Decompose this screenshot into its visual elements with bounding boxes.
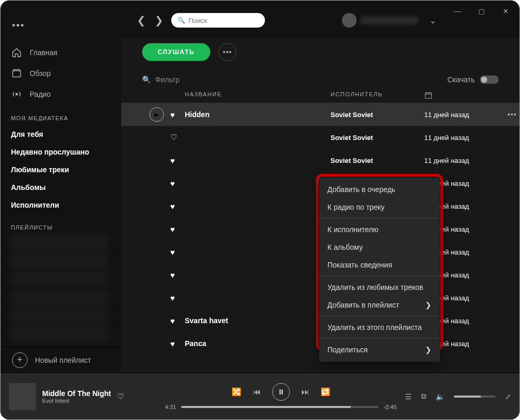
track-row[interactable]: ♡Soviet Soviet11 дней назад — [121, 126, 519, 149]
separator — [319, 218, 440, 219]
playlist-item[interactable] — [11, 271, 109, 288]
like-button[interactable]: ♡ — [117, 392, 124, 401]
svg-rect-0 — [13, 71, 21, 77]
heart-icon[interactable]: ♡ — [170, 133, 185, 142]
heart-icon[interactable]: ♥ — [170, 248, 185, 257]
library-artists[interactable]: Исполнители — [11, 196, 121, 214]
close-button[interactable]: ✕ — [493, 3, 517, 19]
library-albums[interactable]: Альбомы — [11, 179, 121, 196]
next-button[interactable]: ⏭ — [301, 387, 309, 396]
maximize-button[interactable]: ▢ — [470, 3, 493, 19]
ctx-to-artist[interactable]: К исполнителю — [319, 221, 440, 238]
heart-icon[interactable]: ♥ — [170, 271, 185, 279]
toggle-switch[interactable] — [480, 75, 499, 84]
heart-icon[interactable]: ♥ — [170, 294, 185, 302]
library-for-you[interactable]: Для тебя — [11, 125, 121, 143]
devices-icon[interactable]: ⧉ — [421, 392, 426, 401]
search-input[interactable]: 🔍 Поиск — [171, 13, 265, 28]
filter-input[interactable]: 🔍 Фильтр — [142, 75, 180, 84]
col-date — [424, 91, 508, 99]
progress-bar[interactable] — [181, 406, 378, 408]
playlist-item[interactable] — [11, 326, 109, 342]
chevron-right-icon: ❯ — [425, 346, 432, 354]
avatar — [342, 13, 357, 28]
playlist-item[interactable] — [11, 253, 109, 270]
top-nav: ❮ ❯ 🔍 Поиск — [136, 13, 265, 28]
player-bar: Middle Of The Night Evol Intent ♡ 🔀 ⏮ ⏸ … — [1, 373, 519, 419]
chevron-right-icon: ❯ — [425, 301, 432, 309]
play-icon[interactable]: ▶ — [149, 107, 164, 122]
sidebar-radio[interactable]: Радио — [11, 84, 121, 105]
player-right: ☰ ⧉ 🔈 ⤢ — [397, 392, 511, 401]
track-row[interactable]: ▶♥HiddenSoviet Soviet11 дней назад••• — [121, 103, 519, 126]
heart-icon[interactable]: ♥ — [170, 202, 185, 211]
ctx-add-queue[interactable]: Добавить в очередь — [319, 181, 440, 198]
forward-button[interactable]: ❯ — [154, 14, 164, 27]
filter-placeholder: Фильтр — [155, 75, 180, 84]
track-date: 11 дней назад — [424, 134, 508, 142]
home-icon — [11, 47, 22, 58]
track-artist[interactable]: Soviet Soviet — [331, 134, 424, 142]
sidebar-browse[interactable]: Обзор — [11, 63, 121, 84]
user-menu[interactable]: ⌄ — [342, 13, 436, 28]
fullscreen-icon[interactable]: ⤢ — [505, 392, 511, 401]
playlist-item[interactable] — [11, 235, 109, 251]
app-window: — ▢ ✕ ••• ❮ ❯ 🔍 Поиск ⌄ Главная Обзор Ра… — [0, 0, 520, 420]
ctx-share[interactable]: Поделиться❯ — [319, 341, 440, 359]
queue-icon[interactable]: ☰ — [405, 392, 412, 401]
svg-rect-2 — [425, 93, 432, 98]
svg-point-1 — [16, 93, 17, 95]
more-options-button[interactable]: ••• — [219, 43, 236, 61]
download-label: Скачать — [448, 75, 475, 84]
track-artist[interactable]: Soviet Soviet — [331, 157, 424, 164]
app-menu-icon[interactable]: ••• — [12, 20, 25, 31]
ctx-add-playlist[interactable]: Добавить в плейлист❯ — [319, 296, 440, 314]
playlist-item[interactable] — [11, 289, 109, 306]
shuffle-button[interactable]: 🔀 — [232, 387, 242, 397]
album-art[interactable] — [9, 383, 36, 410]
track-artist[interactable]: Soviet Soviet — [331, 111, 424, 119]
new-playlist-button[interactable]: + Новый плейлист — [1, 347, 121, 373]
separator — [319, 338, 440, 339]
now-playing-artist[interactable]: Evol Intent — [42, 398, 111, 404]
chevron-down-icon: ⌄ — [429, 16, 436, 26]
library-label: МОЯ МЕДИАТЕКА — [11, 115, 121, 121]
track-date: 11 дней назад — [424, 157, 508, 164]
new-playlist-label: Новый плейлист — [35, 356, 91, 364]
username — [361, 16, 418, 24]
sidebar-home[interactable]: Главная — [11, 42, 121, 63]
heart-icon[interactable]: ♥ — [170, 156, 185, 165]
previous-button[interactable]: ⏮ — [253, 387, 261, 396]
heart-icon[interactable]: ♥ — [170, 179, 185, 188]
now-playing-track[interactable]: Middle Of The Night — [42, 389, 111, 398]
separator — [319, 316, 440, 316]
heart-icon[interactable]: ♥ — [170, 339, 185, 348]
play-all-button[interactable]: СЛУШАТЬ — [142, 43, 210, 61]
ctx-remove-playlist[interactable]: Удалить из этого плейлиста — [319, 319, 440, 336]
ctx-remove-liked[interactable]: Удалить из любимых треков — [319, 278, 440, 296]
pause-button[interactable]: ⏸ — [272, 383, 290, 401]
track-row[interactable]: ♥Soviet Soviet11 дней назад — [121, 149, 519, 172]
volume-icon[interactable]: 🔈 — [436, 392, 445, 401]
playlist-item[interactable] — [11, 308, 109, 324]
heart-icon[interactable]: ♥ — [170, 225, 185, 234]
heart-icon[interactable]: ♥ — [170, 110, 185, 119]
ctx-to-radio[interactable]: К радио по треку — [319, 198, 440, 216]
sidebar-home-label: Главная — [30, 48, 57, 57]
track-more-icon[interactable]: ••• — [508, 110, 519, 119]
ctx-show-info[interactable]: Показать сведения — [319, 256, 440, 274]
main-content: СЛУШАТЬ ••• 🔍 Фильтр Скачать НАЗВАНИЕ ИС… — [121, 38, 519, 373]
sidebar: Главная Обзор Радио МОЯ МЕДИАТЕКА Для те… — [1, 42, 121, 373]
heart-icon[interactable]: ♥ — [170, 316, 185, 325]
minimize-button[interactable]: — — [446, 3, 470, 19]
repeat-button[interactable]: 🔁 — [321, 387, 331, 397]
library-recent[interactable]: Недавно прослушано — [11, 143, 121, 161]
download-toggle[interactable]: Скачать — [448, 75, 499, 84]
library-liked[interactable]: Любимые треки — [11, 161, 121, 179]
sidebar-radio-label: Радио — [30, 90, 50, 98]
volume-bar[interactable] — [454, 396, 496, 398]
track-name: Svarta havet — [185, 316, 331, 325]
context-menu: Добавить в очередь К радио по треку К ис… — [319, 177, 440, 362]
back-button[interactable]: ❮ — [136, 14, 146, 27]
ctx-to-album[interactable]: К альбому — [319, 238, 440, 256]
